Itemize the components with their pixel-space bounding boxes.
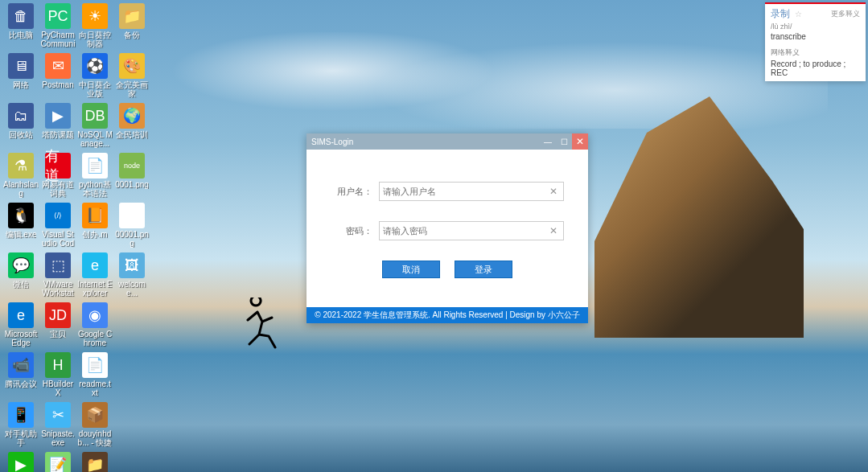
- icon-label: douyinhdb... - 快捷方式: [77, 429, 113, 447]
- desktop-icon[interactable]: 📄python基本语法: [77, 153, 113, 199]
- maximize-button[interactable]: ☐: [556, 133, 572, 150]
- desktop-icon[interactable]: eInternet Explorer: [77, 252, 113, 299]
- dict-section-label: 网络释义: [771, 47, 860, 58]
- desktop-icon[interactable]: 🌍全民培训: [114, 103, 150, 150]
- app-icon: 📦: [82, 402, 108, 428]
- app-icon: ▶: [45, 103, 71, 129]
- icon-label: Snipaste.exe: [40, 429, 76, 447]
- desktop-icon[interactable]: ◉Google Chrome: [77, 302, 113, 349]
- login-window: SIMS-Login — ☐ ✕ 用户名： ✕ 密码： ✕: [306, 133, 588, 323]
- icon-label: Visual Studio Code: [40, 230, 76, 248]
- dict-network-def: Record ; to produce ; REC: [771, 60, 860, 77]
- cancel-button[interactable]: 取消: [382, 261, 440, 278]
- app-icon: ⟨/⟩: [45, 203, 71, 228]
- dict-word[interactable]: 录制: [771, 7, 790, 21]
- desktop-icon[interactable]: 🗑比电脑: [3, 3, 39, 50]
- icon-label: welcome...: [114, 280, 150, 298]
- icon-label: Microsoft Edge: [3, 330, 39, 347]
- desktop-icon[interactable]: 🖼welcome...: [114, 252, 150, 299]
- desktop-icon[interactable]: ▶塔防课题: [40, 103, 76, 150]
- app-icon: DB: [82, 103, 108, 129]
- desktop-icon[interactable]: 📙创办.m: [77, 203, 113, 249]
- app-icon: ◉: [82, 302, 108, 328]
- desktop-icon[interactable]: ⟨/⟩Visual Studio Code: [40, 203, 76, 249]
- desktop-icon[interactable]: node0001.png: [114, 153, 150, 199]
- desktop-icon[interactable]: 🎨全完美画家: [114, 53, 150, 100]
- star-icon[interactable]: ☆: [795, 10, 802, 18]
- desktop-icons-grid: 🗑比电脑PCPyCharm Communit...☀向日葵控制器📁备份🖥网络✉P…: [0, 0, 153, 472]
- app-icon: 📁: [119, 3, 145, 29]
- desktop-icon[interactable]: HHBuilder X: [40, 352, 76, 399]
- desktop-icon[interactable]: 🖥网络: [3, 53, 39, 100]
- desktop-icon[interactable]: JD宝贝: [40, 302, 76, 349]
- icon-label: 0001.png: [115, 180, 149, 189]
- app-icon: JD: [45, 302, 71, 328]
- minimize-button[interactable]: —: [540, 133, 556, 150]
- desktop-icon[interactable]: 📝Notepad++: [40, 452, 76, 472]
- password-input[interactable]: [383, 223, 547, 239]
- desktop-icon[interactable]: eMicrosoft Edge: [3, 302, 39, 349]
- desktop-icon[interactable]: 📹腾讯会议: [3, 352, 39, 399]
- app-icon: ☀: [82, 3, 108, 29]
- desktop-icon[interactable]: 📄readme.txt: [77, 352, 113, 399]
- desktop-icon[interactable]: PCPyCharm Communit...: [40, 3, 76, 50]
- desktop-icon[interactable]: ⬚VMware Workstati...: [40, 252, 76, 299]
- desktop-icon[interactable]: ⚽中日葵企业版: [77, 53, 113, 100]
- app-icon: 📁: [82, 452, 108, 472]
- icon-label: 全完美画家: [114, 80, 150, 98]
- desktop-icon[interactable]: 📁20222119...: [77, 452, 113, 472]
- icon-label: 中日葵企业版: [77, 80, 113, 98]
- icon-label: Internet Explorer: [77, 280, 113, 298]
- app-icon: 🎨: [119, 53, 145, 79]
- app-icon: 🖼: [119, 252, 145, 278]
- icon-label: 网易有道词典: [40, 180, 76, 198]
- app-icon: 📱: [8, 402, 34, 428]
- app-icon: 💬: [8, 252, 34, 278]
- titlebar[interactable]: SIMS-Login — ☐ ✕: [306, 133, 588, 150]
- dict-more-link[interactable]: 更多释义: [831, 9, 860, 19]
- icon-label: 微信: [13, 280, 29, 289]
- icon-label: 创办.m: [82, 230, 107, 239]
- app-icon: ⬚: [45, 252, 71, 278]
- app-icon: 📹: [8, 352, 34, 378]
- clear-username-icon[interactable]: ✕: [547, 186, 560, 197]
- icon-label: 塔防课题: [42, 130, 74, 139]
- icon-label: 对手机助手: [3, 429, 39, 447]
- icon-label: Alanhslang: [3, 180, 39, 198]
- app-icon: ⚽: [82, 53, 108, 79]
- desktop-icon[interactable]: 有道网易有道词典: [40, 153, 76, 199]
- desktop-icon[interactable]: 🗂回收站: [3, 103, 39, 150]
- app-icon: 有道: [45, 153, 71, 179]
- close-button[interactable]: ✕: [572, 133, 588, 150]
- desktop-icon[interactable]: ✉Postman: [40, 53, 76, 100]
- desktop-icon[interactable]: 📦douyinhdb... - 快捷方式: [77, 402, 113, 449]
- icon-label: Google Chrome: [77, 330, 113, 347]
- app-icon: 📄: [82, 153, 108, 179]
- desktop-icon[interactable]: 🐧编辑.exe: [3, 203, 39, 249]
- dictionary-popup: 录制 ☆ 更多释义 /lù zhì/ transcribe 网络释义 Recor…: [765, 2, 866, 81]
- icon-label: 腾讯会议: [5, 380, 37, 388]
- desktop-icon[interactable]: 📁备份: [114, 3, 150, 50]
- login-button[interactable]: 登录: [455, 261, 512, 278]
- window-title: SIMS-Login: [311, 137, 353, 146]
- app-icon: ✂: [45, 402, 71, 428]
- icon-label: 回收站: [9, 130, 33, 139]
- clear-password-icon[interactable]: ✕: [547, 225, 560, 236]
- desktop-icon[interactable]: ▶极尘应用吧...: [3, 452, 39, 472]
- app-icon: PC: [45, 3, 71, 29]
- password-label: 密码：: [331, 225, 379, 237]
- desktop-icon[interactable]: 🖼00001.png: [114, 203, 150, 249]
- app-icon: 🖥: [8, 53, 34, 79]
- desktop-icon[interactable]: 📱对手机助手: [3, 402, 39, 449]
- app-icon: 📄: [82, 352, 108, 378]
- desktop-icon[interactable]: ☀向日葵控制器: [77, 3, 113, 50]
- desktop-icon[interactable]: ✂Snipaste.exe: [40, 402, 76, 449]
- desktop-icon[interactable]: DBNoSQL Manage...: [77, 103, 113, 150]
- username-input[interactable]: [383, 183, 547, 199]
- app-icon: e: [8, 302, 34, 328]
- icon-label: Postman: [42, 80, 73, 89]
- app-icon: 🌍: [119, 103, 145, 129]
- app-icon: node: [119, 153, 145, 179]
- desktop-icon[interactable]: ⚗Alanhslang: [3, 153, 39, 199]
- desktop-icon[interactable]: 💬微信: [3, 252, 39, 299]
